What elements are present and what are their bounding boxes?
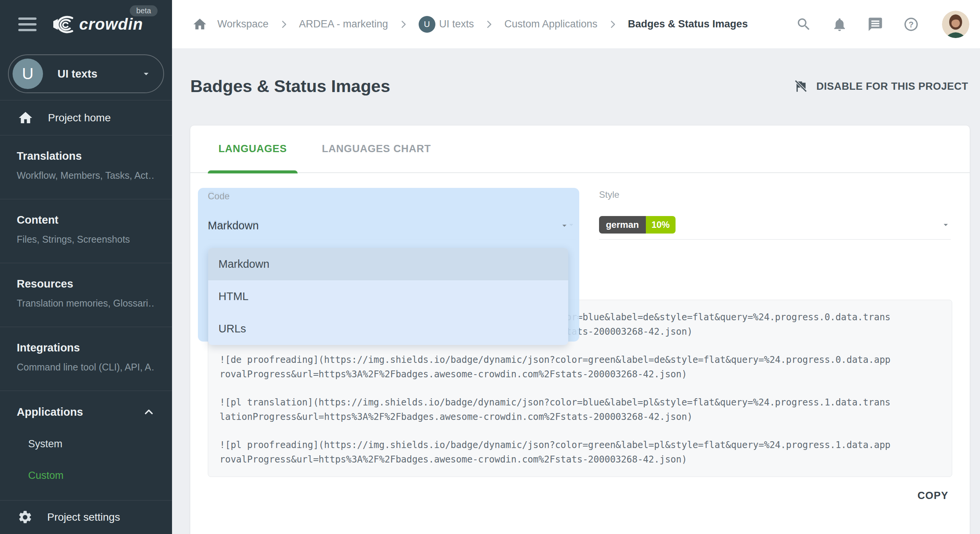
breadcrumb-item-with-avatar[interactable]: U UI texts (419, 16, 474, 33)
chevron-right-icon (484, 19, 494, 30)
badge-preview-label: german (599, 216, 646, 234)
copy-row: COPY (190, 488, 952, 504)
style-select[interactable]: german 10% (599, 210, 951, 240)
hamburger-menu-icon[interactable] (18, 17, 37, 31)
flag-off-icon (794, 79, 808, 94)
breadcrumb-item[interactable]: ARDEA - marketing (299, 18, 388, 30)
project-name: UI texts (57, 68, 97, 80)
option-markdown[interactable]: Markdown (208, 248, 568, 280)
top-bar: Workspace ARDEA - marketing U UI texts C… (172, 0, 980, 48)
chevron-right-icon (398, 19, 409, 30)
section-title: Translations (17, 150, 155, 162)
badges-card: LANGUAGES LANGUAGES CHART Code Markdown … (190, 126, 970, 534)
tab-languages[interactable]: LANGUAGES (208, 125, 298, 173)
home-icon (18, 110, 33, 126)
selects-row: Code Markdown Code Markdown (208, 189, 951, 240)
sidebar-item-translations[interactable]: Translations Workflow, Members, Tasks, A… (0, 135, 172, 199)
code-paragraph: ![de proofreading](https://img.shields.i… (220, 353, 940, 381)
tab-bar: LANGUAGES LANGUAGES CHART (190, 126, 970, 173)
topbar-actions: ? (796, 11, 969, 38)
sidebar-item-label: Project settings (47, 511, 120, 523)
section-subtitle: Translation memories, Glossari… (17, 298, 155, 309)
tab-languages-chart[interactable]: LANGUAGES CHART (311, 125, 442, 173)
code-paragraph: ![pl translation](https://img.shields.io… (220, 395, 940, 424)
section-title: Applications (17, 406, 83, 418)
caret-down-icon (941, 220, 951, 230)
sidebar-item-content[interactable]: Content Files, Strings, Screenshots (0, 199, 172, 263)
breadcrumb-item[interactable]: Custom Applications (504, 18, 598, 30)
sidebar-item-resources[interactable]: Resources Translation memories, Glossari… (0, 263, 172, 327)
sidebar-item-label: Project home (48, 112, 111, 124)
disable-for-project-button[interactable]: DISABLE FOR THIS PROJECT (792, 77, 970, 96)
user-avatar-image (942, 11, 969, 38)
user-avatar[interactable] (942, 11, 969, 38)
disable-button-label: DISABLE FOR THIS PROJECT (816, 81, 968, 92)
section-title: Resources (17, 278, 155, 290)
chevron-up-icon (142, 405, 155, 418)
code-select-open[interactable]: Markdown (208, 211, 569, 240)
code-select-value: Markdown (208, 219, 259, 232)
beta-badge: beta (130, 5, 158, 16)
breadcrumb: Workspace ARDEA - marketing U UI texts C… (192, 16, 748, 33)
code-select-dropdown-panel: Code Markdown Markdown HTML URLs (198, 188, 579, 342)
crowdin-logo[interactable]: crowdin (51, 14, 143, 34)
sidebar-item-custom[interactable]: Custom (17, 470, 155, 482)
notifications-bell-icon[interactable] (832, 16, 848, 32)
crowdin-logo-icon (51, 14, 75, 34)
section-subtitle: Command line tool (CLI), API, A… (17, 362, 155, 373)
main-region: Workspace ARDEA - marketing U UI texts C… (172, 0, 980, 534)
breadcrumb-item[interactable]: Workspace (217, 18, 269, 30)
page-content: Badges & Status Images DISABLE FOR THIS … (172, 48, 980, 534)
caret-down-icon (140, 68, 152, 79)
title-row: Badges & Status Images DISABLE FOR THIS … (190, 75, 970, 98)
sidebar-header: crowdin beta (0, 0, 172, 48)
svg-text:?: ? (908, 19, 913, 29)
project-selector[interactable]: U UI texts (8, 54, 164, 93)
badge-preview: german 10% (599, 216, 676, 234)
code-select-label: Code (208, 191, 229, 201)
sidebar-item-integrations[interactable]: Integrations Command line tool (CLI), AP… (0, 327, 172, 391)
section-title: Integrations (17, 342, 155, 354)
messages-chat-icon[interactable] (867, 16, 883, 32)
code-select-options-list: Markdown HTML URLs (208, 248, 568, 345)
app-window: crowdin beta U UI texts Project home Tra… (0, 0, 980, 534)
code-paragraph: ![pl proofreading](https://img.shields.i… (220, 438, 940, 467)
style-select-field: Style german 10% (599, 189, 951, 240)
section-title: Content (17, 214, 155, 226)
gear-icon (18, 510, 33, 525)
sidebar-item-project-home[interactable]: Project home (0, 100, 172, 135)
sidebar-item-project-settings[interactable]: Project settings (0, 501, 172, 534)
sidebar: crowdin beta U UI texts Project home Tra… (0, 0, 172, 534)
page-title: Badges & Status Images (190, 76, 390, 96)
chevron-right-icon (279, 19, 289, 30)
badge-preview-value: 10% (646, 216, 676, 234)
search-icon[interactable] (796, 16, 812, 32)
caret-down-icon (559, 221, 569, 230)
project-avatar: U (13, 59, 43, 89)
applications-header[interactable]: Applications (17, 405, 155, 418)
style-select-label: Style (599, 189, 951, 201)
option-html[interactable]: HTML (208, 280, 568, 313)
code-select-field: Code Markdown Code Markdown (208, 189, 576, 240)
chevron-right-icon (607, 19, 618, 30)
home-icon[interactable] (192, 17, 207, 32)
project-avatar: U (419, 16, 435, 33)
section-subtitle: Files, Strings, Screenshots (17, 234, 155, 245)
copy-button[interactable]: COPY (914, 488, 952, 504)
sidebar-item-applications: Applications System Custom (0, 391, 172, 500)
section-subtitle: Workflow, Members, Tasks, Act… (17, 170, 155, 181)
breadcrumb-item-current: Badges & Status Images (628, 18, 748, 30)
breadcrumb-item: UI texts (439, 18, 474, 30)
logo-text: crowdin (79, 15, 143, 33)
option-urls[interactable]: URLs (208, 313, 568, 345)
help-icon[interactable]: ? (903, 16, 919, 32)
sidebar-item-system[interactable]: System (17, 438, 155, 450)
